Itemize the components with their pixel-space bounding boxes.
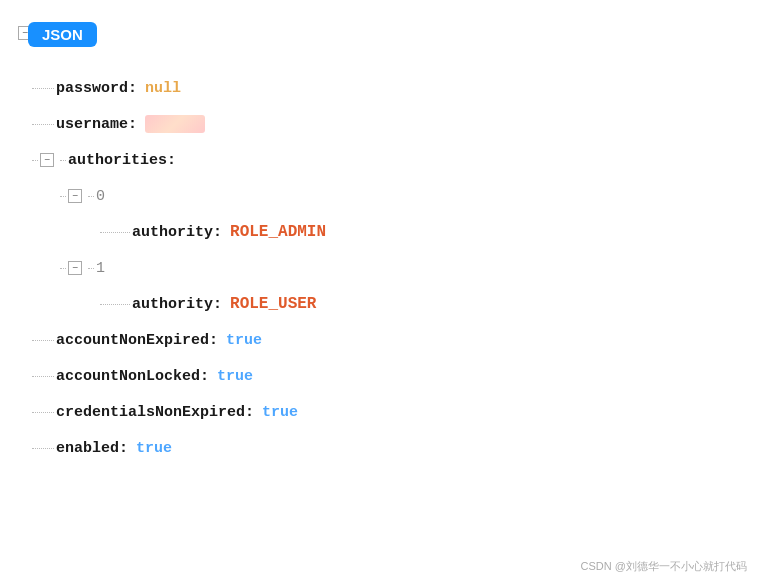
colon-username: : xyxy=(128,116,137,133)
authorities-collapse-btn[interactable]: − xyxy=(40,153,54,167)
key-username: username xyxy=(56,116,128,133)
tree-row: credentialsNonExpired : true xyxy=(0,394,763,430)
colon-authorities: : xyxy=(167,152,176,169)
tree-row: − 1 xyxy=(0,250,763,286)
val-credentialsNonExpired: true xyxy=(262,404,298,421)
colon-password: : xyxy=(128,80,137,97)
tree-row: accountNonExpired : true xyxy=(0,322,763,358)
index-0-num: 0 xyxy=(96,188,105,205)
index-1-num: 1 xyxy=(96,260,105,277)
colon-accountNonExpired: : xyxy=(209,332,218,349)
key-authority-1: authority xyxy=(132,296,213,313)
tree-row: authority : ROLE_USER xyxy=(0,286,763,322)
colon-accountNonLocked: : xyxy=(200,368,209,385)
tree-row: username : xyxy=(0,106,763,142)
tree-row: − authorities : xyxy=(0,142,763,178)
val-authority-0: ROLE_ADMIN xyxy=(230,223,326,241)
val-enabled: true xyxy=(136,440,172,457)
val-password: null xyxy=(145,80,181,97)
key-password: password xyxy=(56,80,128,97)
tree-row: − 0 xyxy=(0,178,763,214)
tree-row: accountNonLocked : true xyxy=(0,358,763,394)
val-username xyxy=(145,115,205,133)
key-accountNonExpired: accountNonExpired xyxy=(56,332,209,349)
json-badge: JSON xyxy=(28,22,97,47)
index0-collapse-btn[interactable]: − xyxy=(68,189,82,203)
colon-authority-0: : xyxy=(213,224,222,241)
tree-area: password : null username : − authorities… xyxy=(0,70,763,552)
watermark: CSDN @刘德华一不小心就打代码 xyxy=(581,559,747,574)
json-viewer: JSON − password : null username : − xyxy=(0,0,763,582)
tree-row: password : null xyxy=(0,70,763,106)
key-credentialsNonExpired: credentialsNonExpired xyxy=(56,404,245,421)
val-accountNonLocked: true xyxy=(217,368,253,385)
colon-enabled: : xyxy=(119,440,128,457)
key-authority-0: authority xyxy=(132,224,213,241)
key-authorities: authorities xyxy=(68,152,167,169)
tree-row: authority : ROLE_ADMIN xyxy=(0,214,763,250)
tree-row: enabled : true xyxy=(0,430,763,466)
colon-authority-1: : xyxy=(213,296,222,313)
key-enabled: enabled xyxy=(56,440,119,457)
colon-credentialsNonExpired: : xyxy=(245,404,254,421)
val-authority-1: ROLE_USER xyxy=(230,295,316,313)
key-accountNonLocked: accountNonLocked xyxy=(56,368,200,385)
index1-collapse-btn[interactable]: − xyxy=(68,261,82,275)
val-accountNonExpired: true xyxy=(226,332,262,349)
